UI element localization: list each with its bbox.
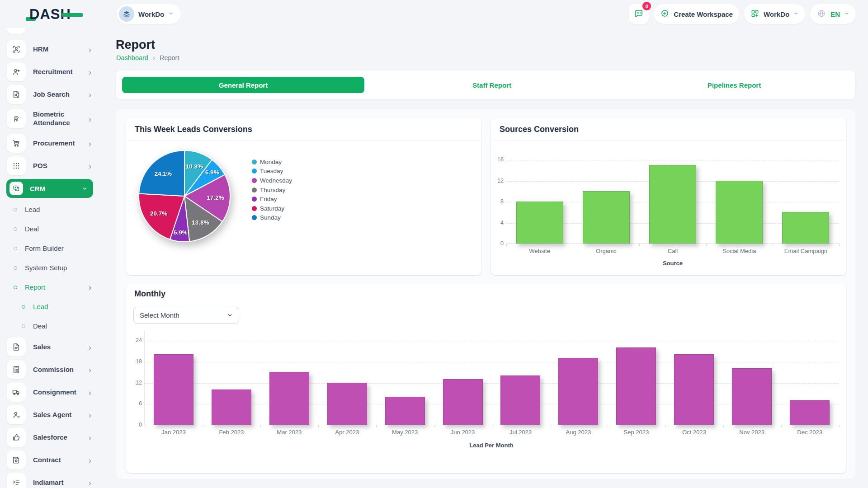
axis-tick [839, 425, 840, 427]
sidebar-item-hrm[interactable]: HRM› [0, 38, 99, 61]
bar-oct-2023 [674, 354, 714, 425]
sidebar-item-label: HRM [33, 45, 84, 54]
sidebar-item-commission[interactable]: Commission› [0, 358, 99, 381]
card-title: Monthly [134, 289, 165, 299]
sidebar-subitem-deal[interactable]: Deal [0, 219, 99, 239]
legend-item-tuesday[interactable]: Tuesday [252, 167, 292, 176]
sidebar-item-sales-agent[interactable]: Sales Agent› [0, 404, 99, 426]
legend-item-sunday[interactable]: Sunday [252, 213, 292, 223]
bar-social-media [716, 181, 763, 244]
tab-staff-report[interactable]: Staff Report [371, 70, 613, 99]
card-title: Sources Conversion [491, 118, 846, 141]
bars [506, 145, 839, 244]
legend-dot [252, 188, 257, 192]
sidebar-item-procurement[interactable]: Procurement› [0, 132, 99, 155]
legend-label: Friday [260, 196, 277, 202]
x-tick-label: Dec 2023 [781, 429, 839, 436]
sidebar-subitem-lead[interactable]: Lead [0, 297, 99, 316]
pie-slice-label: 6.9% [205, 169, 219, 176]
app-logo[interactable]: DASH [26, 6, 83, 23]
sidebar-item-job-search[interactable]: Job Search› [0, 83, 99, 106]
chevron-right-icon: › [89, 283, 91, 291]
sources-bar-chart: 0481216WebsiteOrganicCallSocial MediaEma… [506, 145, 839, 244]
sidebar-subitem-form-builder[interactable]: Form Builder [0, 239, 99, 258]
bullet-icon [14, 247, 17, 250]
legend-dot [252, 197, 257, 202]
bar-jun-2023 [443, 379, 483, 425]
sidebar-item-biometric-attendance[interactable]: Biometric Attendance› [0, 106, 99, 132]
tab-general-report[interactable]: General Report [122, 77, 364, 93]
sidebar-item-label: Consignment [33, 388, 84, 397]
bar-mar-2023 [269, 372, 309, 425]
header-actions: 0 Create Workspace WorkDo EN [629, 4, 856, 24]
chevron-right-icon: › [89, 115, 91, 123]
sidebar-item-salesforce[interactable]: Salesforce› [0, 426, 99, 449]
tab-pipelines-report[interactable]: Pipelines Report [613, 70, 855, 99]
bar-jan-2023 [154, 354, 193, 425]
sidebar-item-sales[interactable]: Sales› [0, 336, 99, 358]
breadcrumb-link-dashboard[interactable]: Dashboard [116, 54, 148, 61]
axis-tick [723, 425, 724, 427]
sidebar-item-label: Salesforce [33, 433, 84, 442]
chevron-right-icon: › [89, 343, 91, 352]
y-tick-label: 0 [489, 240, 504, 247]
sidebar-item-consignment[interactable]: Consignment› [0, 381, 99, 404]
legend-item-monday[interactable]: Monday [252, 157, 292, 167]
sidebar-item-label: Sales [33, 343, 84, 352]
x-tick-label: Feb 2023 [203, 429, 260, 436]
pie-slice-label: 17.2% [207, 194, 224, 201]
sidebar-item-label: Lead [25, 206, 40, 213]
tab-label: Staff Report [472, 81, 511, 89]
axis-tick [145, 425, 145, 427]
legend-item-friday[interactable]: Friday [252, 194, 292, 204]
sidebar-item-pos[interactable]: POS› [0, 155, 99, 177]
org-label: WorkDo [764, 10, 789, 18]
chevron-down-icon [844, 11, 849, 18]
chat-icon [633, 8, 644, 20]
sidebar-item-crm[interactable]: CRM [0, 177, 99, 200]
legend-item-thursday[interactable]: Thursday [252, 185, 292, 195]
sidebar-item-label: Lead [33, 303, 48, 310]
x-axis-labels: Jan 2023Feb 2023Mar 2023Apr 2023May 2023… [145, 429, 839, 436]
sidebar-subitem-deal[interactable]: Deal [0, 316, 99, 336]
logo-accent-bar [62, 13, 83, 17]
x-tick-label: Apr 2023 [318, 429, 376, 436]
language-selector[interactable]: EN [810, 4, 856, 24]
x-tick-label: Social Media [706, 248, 773, 254]
month-select-value: Select Month [140, 311, 179, 319]
card-monthly: Monthly Select Month 06121824Jan 2023Feb… [126, 283, 846, 473]
pie-slice-label: 24.1% [155, 170, 172, 177]
org-menu-button[interactable]: WorkDo [744, 4, 805, 24]
legend-item-wednesday[interactable]: Wednesday [252, 176, 292, 185]
y-tick-label: 0 [127, 422, 142, 428]
workspace-switcher[interactable]: WorkDo [117, 4, 181, 24]
legend-item-saturday[interactable]: Saturday [252, 204, 292, 213]
bar-sep-2023 [616, 347, 656, 425]
sidebar-item-label: Indiamart [33, 479, 84, 487]
sidebar-subitem-lead[interactable]: Lead [0, 200, 99, 219]
sidebar-subitem-system-setup[interactable]: System Setup [0, 258, 99, 277]
chevron-right-icon: › [89, 45, 91, 54]
bar-call [649, 165, 696, 244]
messages-button[interactable]: 0 [629, 4, 649, 24]
card-week-leads-conversions: This Week Leads Conversions 10.3%10.3%6.… [126, 118, 481, 275]
legend-dot [252, 206, 257, 211]
sidebar-subitem-report[interactable]: Report› [0, 277, 99, 297]
sidebar-nav: HRM›Recruitment›Job Search›Biometric Att… [0, 38, 99, 488]
create-workspace-button[interactable]: Create Workspace [654, 4, 739, 24]
sidebar-item-recruitment[interactable]: Recruitment› [0, 61, 99, 83]
grid-plus-icon [750, 9, 760, 19]
month-select[interactable]: Select Month [133, 307, 239, 324]
sidebar-item-indiamart[interactable]: Indiamart› [0, 471, 99, 488]
sidebar-item-contract[interactable]: Contract› [0, 449, 99, 471]
sidebar: HRM›Recruitment›Job Search›Biometric Att… [0, 0, 99, 488]
fingerprint-icon [7, 109, 26, 128]
sidebar-item-label: Sales Agent [33, 411, 84, 419]
language-label: EN [830, 10, 840, 18]
axis-tick [376, 425, 377, 427]
bar-website [516, 202, 563, 244]
x-tick-label: Oct 2023 [665, 429, 723, 436]
axis-tick [573, 244, 573, 246]
axis-tick [492, 425, 492, 427]
legend-label: Wednesday [260, 177, 292, 184]
